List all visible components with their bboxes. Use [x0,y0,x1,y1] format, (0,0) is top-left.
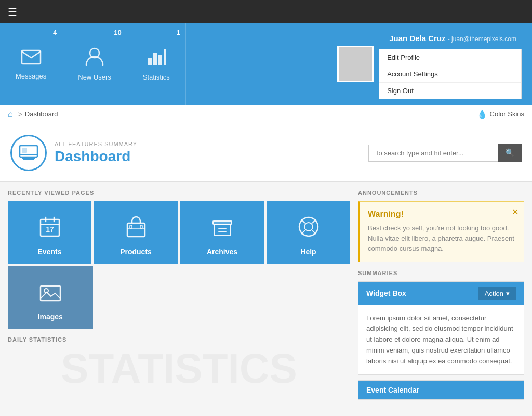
archives-label: Archives [207,248,237,256]
dashboard-icon [10,135,47,171]
account-settings-link[interactable]: Account Settings [379,66,521,83]
page-header: ALL FEATURES SUMMARY Dashboard 🔍 [0,124,532,182]
event-calendar-widget: Event Calendar [358,380,524,400]
svg-line-29 [312,230,316,234]
widget-box: Widget Box Action ▾ Lorem ipsum dolor si… [358,281,524,375]
search-input[interactable] [368,145,498,162]
warning-box: Warning! Best check yo self, you're not … [358,201,524,262]
pages-grid-row1: 17 Events Products [8,201,350,264]
help-tile[interactable]: Help [267,201,350,264]
sign-out-link[interactable]: Sign Out [379,83,521,99]
svg-rect-2 [148,58,152,65]
user-name: Juan Dela Cruz - juan@themepixels.com [384,31,522,44]
widget-header: Widget Box Action ▾ [358,282,524,305]
recently-viewed-label: RECENTLY VIEWED PAGES [8,190,350,196]
svg-rect-5 [164,49,166,65]
help-icon [298,216,320,242]
events-icon: 17 [39,216,61,242]
edit-profile-link[interactable]: Edit Profile [379,49,521,66]
svg-rect-18 [130,225,132,228]
svg-rect-4 [158,55,162,65]
archives-icon [211,216,233,242]
messages-label: Messages [16,72,46,80]
svg-line-26 [301,219,305,223]
new-users-stat[interactable]: 10 New Users [62,23,127,105]
warning-title: Warning! [368,210,516,219]
header-bar: 4 Messages 10 New Users 1 [0,23,532,105]
statistics-label: Statistics [143,73,170,81]
stats-watermark: STATISTICS [8,348,350,389]
svg-rect-10 [22,148,27,153]
archives-tile[interactable]: Archives [180,201,264,264]
images-icon [39,284,61,307]
breadcrumb-home-icon[interactable]: ⌂ [8,110,13,119]
products-icon [125,216,147,242]
announcements-label: ANNOUNCEMENTS [358,190,524,196]
statistics-icon [146,47,167,71]
user-area: Juan Dela Cruz - juan@themepixels.com Ed… [327,23,532,105]
events-tile[interactable]: 17 Events [8,201,91,264]
images-tile[interactable]: Images [8,266,93,329]
svg-rect-19 [140,225,142,228]
breadcrumb-bar: ⌂ > Dashboard 💧 Color Skins [0,105,532,124]
widget-body: Lorem ipsum dolor sit amet, consectetur … [358,305,524,375]
breadcrumb-separator: > [18,110,22,119]
warning-text: Best check yo self, you're not looking t… [368,223,516,254]
search-button[interactable]: 🔍 [498,144,522,162]
daily-statistics-label: DAILY STATISTICS [8,336,350,343]
messages-count: 4 [53,29,57,36]
messages-icon [21,48,42,70]
color-skins-icon: 💧 [477,109,487,119]
messages-stat[interactable]: 4 Messages [0,23,62,105]
page-subtitle: ALL FEATURES SUMMARY [55,141,137,147]
summaries-label: SUMMARIES [358,270,524,276]
help-label: Help [300,248,316,256]
new-users-label: New Users [78,73,111,81]
page-header-text: ALL FEATURES SUMMARY Dashboard [55,141,137,165]
user-dropdown-menu: Edit Profile Account Settings Sign Out [379,49,522,99]
images-label: Images [38,313,63,321]
svg-rect-21 [214,224,231,236]
event-calendar-header: Event Calendar [358,381,524,399]
user-avatar [337,46,374,82]
new-users-icon [84,47,105,71]
svg-rect-3 [153,53,157,65]
svg-line-27 [312,219,316,223]
statistics-stat[interactable]: 1 Statistics [127,23,186,105]
main-content: RECENTLY VIEWED PAGES 17 Events [0,182,532,413]
warning-close-button[interactable]: ✕ [512,207,518,217]
hamburger-icon[interactable]: ☰ [8,6,17,18]
right-column: ANNOUNCEMENTS Warning! Best check yo sel… [358,190,524,405]
svg-point-25 [304,223,313,231]
svg-rect-30 [41,286,60,301]
page-title: Dashboard [55,148,137,165]
event-calendar-title: Event Calendar [366,386,419,394]
user-dropdown: Juan Dela Cruz - juan@themepixels.com [384,29,522,46]
empty-grid-space [96,266,351,329]
search-form: 🔍 [368,144,522,162]
svg-text:17: 17 [46,225,54,233]
top-nav: ☰ [0,0,532,23]
new-users-count: 10 [114,29,121,36]
left-column: RECENTLY VIEWED PAGES 17 Events [8,190,350,405]
events-label: Events [38,248,62,256]
products-label: Products [120,248,152,256]
statistics-count: 1 [177,29,180,36]
breadcrumb-current: Dashboard [25,110,58,118]
products-tile[interactable]: Products [94,201,178,264]
widget-action-button[interactable]: Action ▾ [478,287,516,300]
widget-title: Widget Box [366,289,406,297]
color-skins-button[interactable]: 💧 Color Skins [477,109,524,119]
svg-line-28 [301,230,305,234]
